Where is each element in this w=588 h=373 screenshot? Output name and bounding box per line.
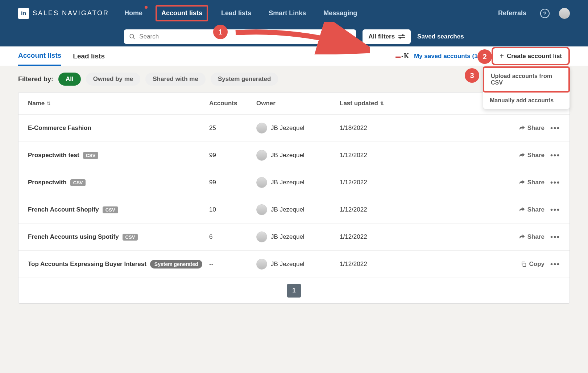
filter-owned-by-me[interactable]: Owned by me — [86, 73, 141, 86]
list-name: Top Accounts Expressing Buyer Interest — [28, 261, 146, 268]
brand-text: SALES NAVIGATOR — [33, 9, 109, 17]
dropdown-upload-csv[interactable]: Upload accounts from CSV — [483, 66, 570, 93]
create-dropdown: Upload accounts from CSV Manually add ac… — [483, 66, 570, 109]
nav-referrals[interactable]: Referrals — [494, 7, 531, 20]
mini-icons: ▬▪K — [396, 52, 409, 60]
copy-icon — [521, 261, 527, 267]
share-button[interactable]: Share — [519, 206, 544, 213]
nav-home[interactable]: Home — [120, 7, 147, 20]
help-icon[interactable]: ? — [540, 9, 550, 18]
user-avatar[interactable] — [559, 8, 570, 19]
more-icon[interactable]: ••• — [550, 233, 560, 241]
share-arrow-icon — [519, 152, 525, 158]
search-box[interactable] — [124, 29, 356, 44]
accounts-count: 99 — [209, 152, 256, 159]
owner-name: JB Jezequel — [271, 124, 305, 132]
more-icon[interactable]: ••• — [550, 260, 560, 269]
nav-account-lists[interactable]: Account lists — [156, 5, 208, 21]
system-generated-badge: System generated — [150, 260, 203, 269]
svg-point-5 — [399, 37, 401, 38]
list-name: Prospectwith test — [28, 152, 79, 159]
list-name: Prospectwith — [28, 179, 67, 186]
table-row[interactable]: French Account ShopifyCSV10JB Jezequel1/… — [18, 196, 570, 224]
nav-lead-lists[interactable]: Lead lists — [217, 7, 256, 20]
col-owner: Owner — [256, 100, 340, 107]
owner-avatar — [256, 259, 267, 270]
last-updated: 1/12/2022 — [340, 261, 412, 268]
callout-badge-3: 3 — [465, 68, 479, 83]
account-lists-table: Name⇅ Accounts Owner Last updated⇅ E-Com… — [18, 92, 570, 304]
table-row[interactable]: E-Commerce Fashion25JB Jezequel1/18/2022… — [18, 115, 570, 142]
filtered-by-label: Filtered by: — [18, 75, 53, 83]
sort-icon: ⇅ — [380, 101, 384, 106]
copy-button[interactable]: Copy — [521, 261, 544, 268]
all-filters-button[interactable]: All filters — [363, 29, 411, 44]
page-1-button[interactable]: 1 — [287, 284, 301, 298]
callout-badge-1: 1 — [213, 25, 228, 39]
owner-name: JB Jezequel — [271, 206, 305, 213]
tab-lead-lists[interactable]: Lead lists — [73, 47, 105, 65]
logo[interactable]: in SALES NAVIGATOR — [18, 8, 109, 19]
share-arrow-icon — [519, 125, 525, 131]
csv-badge: CSV — [70, 179, 86, 186]
col-name[interactable]: Name⇅ — [28, 100, 209, 107]
callout-badge-2: 2 — [477, 49, 492, 64]
filter-all[interactable]: All — [58, 73, 81, 86]
accounts-count: -- — [209, 261, 256, 268]
table-row[interactable]: French Accounts using SpotifyCSV6JB Jeze… — [18, 224, 570, 251]
filter-sliders-icon — [398, 34, 405, 39]
table-row[interactable]: ProspectwithCSV99JB Jezequel1/12/2022Sha… — [18, 169, 570, 196]
more-icon[interactable]: ••• — [550, 179, 560, 187]
nav-messaging[interactable]: Messaging — [319, 7, 361, 20]
create-account-list-button[interactable]: + Create account list — [492, 47, 570, 65]
my-saved-accounts-link[interactable]: My saved accounts (154) — [414, 53, 486, 60]
last-updated: 1/12/2022 — [340, 206, 412, 213]
share-button[interactable]: Share — [519, 124, 544, 132]
svg-point-0 — [130, 34, 134, 38]
last-updated: 1/18/2022 — [340, 124, 412, 132]
share-arrow-icon — [519, 234, 525, 240]
dropdown-manual-add[interactable]: Manually add accounts — [483, 92, 570, 109]
sort-icon: ⇅ — [47, 101, 50, 106]
search-input[interactable] — [139, 33, 351, 40]
svg-line-1 — [133, 37, 135, 39]
list-name: E-Commerce Fashion — [28, 124, 91, 132]
svg-point-4 — [402, 34, 404, 36]
owner-avatar — [256, 204, 267, 215]
share-arrow-icon — [519, 180, 525, 185]
nav-smart-links[interactable]: Smart Links — [264, 7, 310, 20]
csv-badge: CSV — [103, 206, 118, 213]
saved-searches-link[interactable]: Saved searches — [417, 33, 464, 40]
more-icon[interactable]: ••• — [550, 124, 560, 132]
list-name: French Account Shopify — [28, 206, 99, 213]
accounts-count: 6 — [209, 233, 256, 241]
owner-name: JB Jezequel — [271, 261, 305, 268]
owner-avatar — [256, 150, 267, 161]
owner-avatar — [256, 231, 267, 242]
col-accounts: Accounts — [209, 100, 256, 107]
owner-name: JB Jezequel — [271, 233, 305, 241]
accounts-count: 25 — [209, 124, 256, 132]
csv-badge: CSV — [123, 234, 138, 241]
csv-badge: CSV — [83, 152, 99, 159]
tab-account-lists[interactable]: Account lists — [18, 46, 61, 66]
filter-system-generated[interactable]: System generated — [211, 73, 278, 86]
last-updated: 1/12/2022 — [340, 233, 412, 241]
owner-avatar — [256, 123, 267, 134]
owner-name: JB Jezequel — [271, 179, 305, 186]
filter-shared-with-me[interactable]: Shared with me — [145, 73, 206, 86]
list-name: French Accounts using Spotify — [28, 233, 119, 241]
share-button[interactable]: Share — [519, 179, 544, 186]
share-button[interactable]: Share — [519, 233, 544, 241]
accounts-count: 99 — [209, 179, 256, 186]
search-icon — [129, 33, 136, 40]
owner-avatar — [256, 177, 267, 188]
owner-name: JB Jezequel — [271, 152, 305, 159]
table-row[interactable]: Top Accounts Expressing Buyer InterestSy… — [18, 251, 570, 278]
share-button[interactable]: Share — [519, 152, 544, 159]
col-updated[interactable]: Last updated⇅ — [340, 100, 412, 107]
table-row[interactable]: Prospectwith testCSV99JB Jezequel1/12/20… — [18, 142, 570, 169]
more-icon[interactable]: ••• — [550, 151, 560, 160]
linkedin-icon: in — [18, 8, 29, 19]
more-icon[interactable]: ••• — [550, 206, 560, 214]
